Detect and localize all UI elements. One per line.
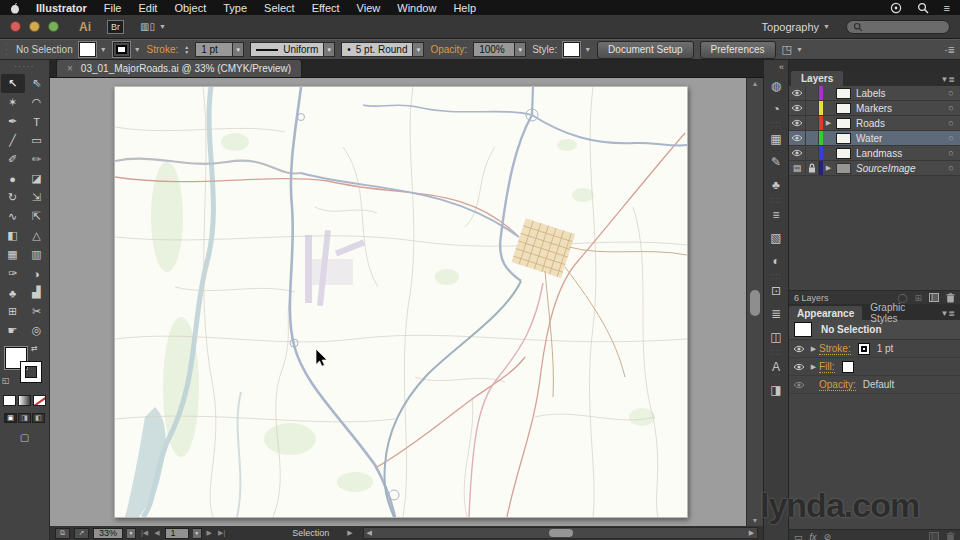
layer-name[interactable]: Water — [856, 133, 942, 144]
document-setup-button[interactable]: Document Setup — [597, 41, 694, 59]
new-layer-icon[interactable] — [929, 293, 939, 302]
document-tab[interactable]: × 03_01_MajorRoads.ai @ 33% (CMYK/Previe… — [56, 59, 302, 77]
magic-wand-tool[interactable]: ✶ — [1, 93, 25, 112]
menu-illustrator[interactable]: Illustrator — [36, 2, 87, 14]
layer-target-circle[interactable]: ○ — [942, 163, 960, 173]
tab-layers[interactable]: Layers — [791, 71, 843, 86]
brush-definition-combo[interactable]: •5 pt. Round ▼ — [341, 42, 424, 57]
last-artboard-icon[interactable]: ▶| — [217, 529, 226, 537]
rectangle-tool[interactable]: ▭ — [25, 131, 49, 150]
chevron-down-icon[interactable]: ▼ — [233, 42, 244, 57]
status-flyout-icon[interactable]: ▶ — [347, 529, 352, 537]
visibility-eye-icon[interactable] — [789, 381, 808, 389]
swap-fill-stroke-icon[interactable]: ⇄ — [31, 344, 38, 353]
layer-row-sourceimage[interactable]: ▤▶SourceImage○ — [789, 161, 960, 176]
layer-target-circle[interactable]: ○ — [942, 133, 960, 143]
disclosure-triangle-icon[interactable]: ▶ — [823, 161, 834, 175]
blob-brush-tool[interactable]: ● — [1, 169, 25, 188]
apple-menu-icon[interactable] — [10, 2, 20, 14]
chevron-down-icon[interactable]: ▼ — [413, 42, 424, 57]
swatches-icon[interactable]: ▦ — [764, 127, 788, 150]
lock-cell[interactable] — [806, 101, 819, 115]
artboard[interactable] — [114, 86, 688, 518]
artboard-number-value[interactable]: 1 — [165, 528, 189, 539]
visibility-eye-icon[interactable] — [789, 146, 806, 160]
screen-mode-icon[interactable]: ▢ — [0, 432, 49, 443]
width-profile-value[interactable]: Uniform — [250, 42, 324, 57]
free-transform-tool[interactable]: ⇱ — [25, 207, 49, 226]
tab-appearance[interactable]: Appearance — [789, 306, 862, 320]
scroll-up-icon[interactable]: ▲ — [747, 80, 763, 87]
menu-edit[interactable]: Edit — [138, 2, 157, 14]
pen-tool[interactable]: ✒ — [1, 112, 25, 131]
spotlight-search-icon[interactable] — [917, 2, 929, 14]
paintbrush-tool[interactable]: ✐ — [1, 150, 25, 169]
clear-appearance-icon[interactable]: ⊘ — [824, 532, 832, 540]
chevron-down-icon[interactable]: ▼ — [324, 42, 335, 57]
draw-inside-icon[interactable]: ◧ — [32, 413, 45, 423]
visibility-eye-icon[interactable] — [789, 345, 808, 353]
vertical-scroll-thumb[interactable] — [750, 290, 760, 316]
layer-name[interactable]: Labels — [856, 88, 942, 99]
gradient-button[interactable] — [18, 395, 31, 406]
visibility-eye-icon[interactable] — [789, 363, 808, 371]
chevron-down-icon[interactable]: ▼ — [584, 46, 591, 53]
stroke-weight-value[interactable]: 1 pt — [195, 42, 233, 57]
export-icon[interactable]: ↗ — [74, 528, 89, 539]
layer-name[interactable]: Roads — [856, 118, 942, 129]
disclosure-triangle-icon[interactable]: ▶ — [808, 345, 819, 353]
menu-window[interactable]: Window — [397, 2, 436, 14]
window-zoom-button[interactable] — [48, 21, 59, 32]
stroke-weight-stepper[interactable]: ▲▼ — [184, 45, 189, 55]
pencil-tool[interactable]: ✏ — [25, 150, 49, 169]
layer-thumbnail[interactable] — [836, 103, 851, 114]
bridge-icon[interactable]: Br — [107, 20, 124, 34]
panel-drag-handle[interactable]: ∙∙∙ — [5, 42, 10, 57]
first-artboard-icon[interactable]: |◀ — [140, 529, 149, 537]
layer-thumbnail[interactable] — [836, 133, 851, 144]
add-new-effect-icon[interactable]: fx — [810, 532, 817, 540]
chevron-down-icon[interactable]: ▼ — [134, 46, 141, 53]
fill-swatch[interactable] — [842, 361, 854, 373]
graphic-style-control[interactable]: ▼ — [563, 42, 591, 57]
layer-thumbnail[interactable] — [836, 118, 851, 129]
new-sublayer-icon[interactable]: ⊞ — [914, 293, 922, 303]
close-tab-icon[interactable]: × — [67, 63, 73, 74]
color-guide-icon[interactable]: ◔ — [764, 97, 788, 120]
shape-builder-tool[interactable]: ◧ — [1, 226, 25, 245]
window-minimize-button[interactable] — [29, 21, 40, 32]
pathfinder-icon[interactable]: ◫ — [764, 325, 788, 348]
default-fill-stroke-icon[interactable]: ◱ — [2, 376, 10, 385]
arrange-documents-icon[interactable]: ▥▯▼ — [140, 21, 166, 32]
delete-item-icon[interactable] — [946, 532, 955, 540]
zoom-level-value[interactable]: 33% — [93, 528, 123, 539]
grid-icon[interactable]: ⧉ — [55, 528, 70, 539]
chevron-down-icon[interactable]: ▼ — [796, 46, 803, 53]
make-clipping-mask-icon[interactable]: ◯ — [897, 293, 907, 303]
add-new-stroke-icon[interactable]: ▭ — [794, 532, 803, 540]
notification-list-icon[interactable]: ≡ — [944, 2, 950, 14]
selection-tool[interactable]: ↖ — [1, 74, 25, 93]
lock-icon[interactable] — [806, 161, 819, 175]
rotate-tool[interactable]: ↻ — [1, 188, 25, 207]
type-tool[interactable]: T — [25, 112, 49, 131]
layer-row-roads[interactable]: ▶Roads○ — [789, 116, 960, 131]
window-close-button[interactable] — [10, 21, 21, 32]
workspace-switcher[interactable]: Topography ▼ — [762, 21, 830, 33]
column-graph-tool[interactable]: ▟ — [25, 283, 49, 302]
scroll-right-icon[interactable]: ▶ — [746, 529, 757, 537]
layer-target-circle[interactable]: ○ — [942, 88, 960, 98]
next-artboard-icon[interactable]: ▶ — [206, 529, 213, 537]
style-swatch[interactable] — [563, 42, 580, 57]
layer-name[interactable]: Markers — [856, 103, 942, 114]
fill-swatch[interactable] — [79, 42, 96, 57]
chevron-down-icon[interactable]: ▼ — [100, 46, 107, 53]
symbols-icon[interactable]: ♣ — [764, 173, 788, 196]
menu-select[interactable]: Select — [264, 2, 295, 14]
artboards-icon[interactable]: ⊡ — [764, 279, 788, 302]
template-layer-icon[interactable]: ▤ — [789, 161, 806, 175]
appearance-row-opacity[interactable]: Opacity:Default — [789, 376, 960, 394]
line-segment-tool[interactable]: ╱ — [1, 131, 25, 150]
color-button[interactable] — [3, 395, 16, 406]
layer-target-circle[interactable]: ○ — [942, 118, 960, 128]
